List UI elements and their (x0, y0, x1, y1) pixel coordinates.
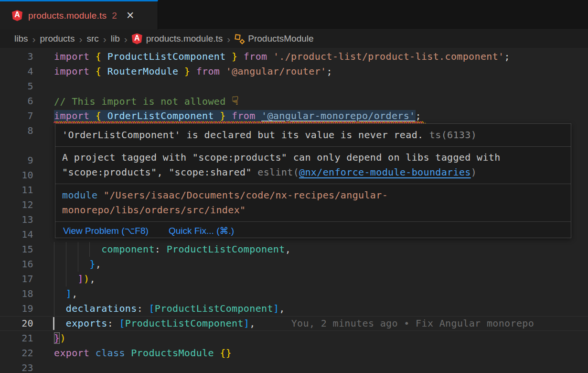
code-line[interactable]: 17 ]), (0, 272, 588, 286)
code-line-content[interactable]: import { OrderListComponent } from '@ang… (54, 109, 588, 123)
code-line-content[interactable]: }) (54, 331, 588, 346)
code-line-content[interactable]: ]), (54, 272, 588, 286)
hover-module-path-line2: monorepo/libs/orders/src/index" (62, 203, 564, 218)
quick-fix-button[interactable]: Quick Fix... (⌘.) (169, 225, 234, 236)
view-problem-button[interactable]: View Problem (⌥F8) (63, 225, 149, 236)
code-line[interactable]: 5 (0, 79, 588, 94)
line-number: 8 (0, 123, 33, 138)
code-line-content[interactable]: declarations: [ProductListComponent], (54, 301, 588, 316)
code-line[interactable]: 4import { RouterModule } from '@angular/… (0, 64, 588, 79)
code-line[interactable]: 6// This import is not allowed ☟ (0, 94, 588, 109)
line-number: 16 (0, 257, 33, 272)
code-line-content[interactable]: import { ProductListComponent } from './… (54, 49, 588, 64)
tab-bar: products.module.ts 2 × (0, 0, 588, 30)
breadcrumb-item-libs[interactable]: libs (14, 33, 28, 44)
line-number: 6 (0, 94, 33, 109)
indent-guide (54, 286, 54, 301)
line-number: 3 (0, 49, 33, 64)
line-number: 10 (0, 168, 33, 183)
code-line[interactable]: 3import { ProductListComponent } from '.… (0, 49, 588, 64)
chevron-right-icon: › (32, 34, 36, 44)
eslint-rule-link[interactable]: @nx/enforce-module-boundaries (299, 166, 471, 178)
breadcrumb-item-products.module.ts[interactable]: products.module.ts (132, 33, 223, 44)
code-line-content[interactable]: import { RouterModule } from '@angular/r… (54, 64, 588, 79)
line-number: 9 (0, 153, 33, 168)
chevron-right-icon: › (103, 34, 107, 44)
line-number: 17 (0, 272, 33, 286)
breadcrumb-label: libs (14, 33, 28, 44)
code-line-content[interactable]: ], (54, 286, 588, 301)
breadcrumb-item-src[interactable]: src (86, 33, 98, 44)
line-number: 18 (0, 286, 33, 301)
text-cursor (53, 317, 54, 330)
indent-guide (54, 272, 54, 286)
code-line[interactable]: 16 }, (0, 257, 588, 272)
tab-title: products.module.ts (28, 11, 107, 21)
hover-message-ts: 'OrderListComponent' is declared but its… (62, 129, 423, 141)
hover-status-bar: View Problem (⌥F8) Quick Fix... (⌘.) (55, 222, 571, 239)
indent-guide (78, 242, 78, 257)
line-number: 22 (0, 346, 33, 361)
breadcrumb: libs›products›src›lib›products.module.ts… (0, 30, 588, 48)
chevron-right-icon: › (227, 34, 230, 44)
code-line-content[interactable]: export class ProductsModule {} (54, 346, 588, 361)
chevron-right-icon: › (79, 34, 82, 44)
hover-message-eslint-line1: A project tagged with "scope:products" c… (62, 150, 564, 165)
indent-guide (66, 272, 66, 286)
line-number: 23 (0, 361, 33, 373)
code-line[interactable]: 15 component: ProductListComponent, (0, 242, 588, 257)
line-number: 11 (0, 183, 33, 197)
breadcrumb-item-products[interactable]: products (40, 33, 75, 44)
indent-guide (54, 242, 54, 257)
line-number: 15 (0, 242, 33, 257)
code-line-content[interactable]: // This import is not allowed ☟ (54, 94, 588, 109)
breadcrumb-label: ProductsModule (248, 33, 313, 44)
code-line-content[interactable]: component: ProductListComponent, (54, 242, 588, 257)
indent-guide (54, 301, 54, 316)
hover-module-path-line1: module "/Users/isaac/Documents/code/nx-r… (62, 188, 564, 203)
code-line-content[interactable] (54, 361, 588, 373)
breadcrumb-label: src (86, 33, 98, 44)
line-number: 7 (0, 109, 33, 123)
breadcrumb-label: products.module.ts (146, 33, 223, 44)
code-line[interactable]: 18 ], (0, 286, 588, 301)
code-line[interactable]: 7import { OrderListComponent } from '@an… (0, 109, 588, 123)
breadcrumb-item-ProductsModule[interactable]: ProductsModule (235, 33, 313, 44)
angular-file-icon (132, 33, 142, 44)
line-number: 21 (0, 331, 33, 346)
angular-file-icon (12, 10, 22, 21)
indent-guide (54, 257, 54, 272)
code-line-content[interactable]: exports: [ProductListComponent],You, 2 m… (54, 316, 588, 331)
breadcrumb-item-lib[interactable]: lib (111, 33, 120, 44)
indent-guide (89, 242, 90, 257)
breadcrumb-label: products (40, 33, 75, 44)
code-line[interactable]: 20 exports: [ProductListComponent],You, … (0, 316, 588, 331)
code-line[interactable]: 23 (0, 361, 588, 373)
line-number: 12 (0, 197, 33, 212)
tab-error-count-badge: 2 (112, 11, 117, 21)
hover-message-eslint-line2: "scope:products", "scope:shared" eslint(… (62, 165, 564, 180)
indent-guide (66, 242, 66, 257)
code-line[interactable]: 21}) (0, 331, 588, 346)
breadcrumb-label: lib (111, 33, 120, 44)
hover-popup: 'OrderListComponent' is declared but its… (55, 123, 571, 238)
code-line-content[interactable] (54, 79, 588, 94)
line-number: 20 (0, 316, 33, 331)
hover-source-ts: ts(6133) (423, 129, 477, 141)
code-line[interactable]: 22export class ProductsModule {} (0, 346, 588, 361)
line-number: 14 (0, 227, 33, 242)
line-number: 5 (0, 79, 33, 94)
git-blame-annotation: You, 2 minutes ago • Fix Angular monorep… (291, 318, 534, 329)
line-number: 19 (0, 301, 33, 316)
close-icon[interactable]: × (127, 9, 134, 22)
line-number: 4 (0, 64, 33, 79)
indent-guide (78, 257, 78, 272)
code-line-content[interactable]: }, (54, 257, 588, 272)
line-number: 13 (0, 212, 33, 227)
tab-products-module[interactable]: products.module.ts 2 × (0, 0, 158, 30)
indent-guide (66, 257, 66, 272)
symbol-class-icon (235, 34, 244, 44)
chevron-right-icon: › (124, 34, 128, 44)
code-line[interactable]: 19 declarations: [ProductListComponent], (0, 301, 588, 316)
